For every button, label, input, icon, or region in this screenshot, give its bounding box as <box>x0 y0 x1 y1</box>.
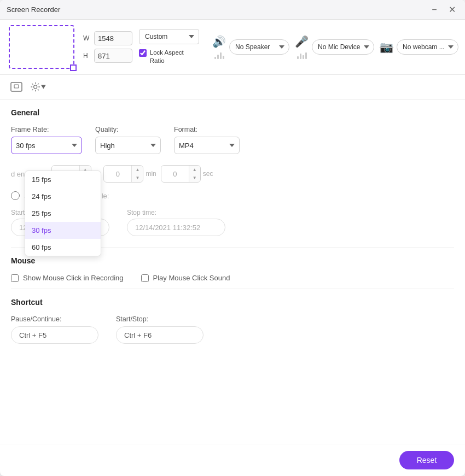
pause-label: Pause/Continue: <box>11 315 98 323</box>
mic-icon: 🎤 <box>295 35 309 48</box>
speaker-bars <box>214 49 224 59</box>
minimize-button[interactable]: − <box>428 3 441 16</box>
stop-time-label: Stop time: <box>127 209 225 216</box>
show-click-row: Show Mouse Click in Recording <box>11 274 124 282</box>
min-input-wrap: ▲ ▼ <box>103 165 143 183</box>
lock-aspect-checkbox[interactable] <box>139 49 147 57</box>
frame-rate-label: Frame Rate: <box>11 126 82 133</box>
start-stop-label: Start/Stop: <box>116 315 204 323</box>
audio-controls: 🔊 No Speaker 🎤 <box>212 35 458 59</box>
shortcut-rows: Pause/Continue: Start/Stop: <box>11 315 454 344</box>
sec-unit: sec <box>203 170 213 178</box>
width-label: W <box>83 34 91 42</box>
stop-time-field: Stop time: <box>127 209 225 236</box>
width-input[interactable] <box>94 31 132 45</box>
play-sound-row: Play Mouse Click Sound <box>141 274 230 282</box>
min-up[interactable]: ▲ <box>132 166 143 174</box>
mouse-title: Mouse <box>11 256 454 265</box>
svg-point-2 <box>34 85 37 89</box>
main-window: Screen Recorder − ✕ W H Custom <box>0 0 465 476</box>
sec-input[interactable] <box>161 166 189 182</box>
stop-time-input[interactable] <box>127 219 225 236</box>
mic-item: 🎤 No Mic Device <box>295 35 374 59</box>
speaker-select[interactable]: No Speaker <box>229 39 289 55</box>
play-sound-checkbox[interactable] <box>141 274 149 282</box>
start-stop-field: Start/Stop: <box>116 315 204 344</box>
fps-option-60[interactable]: 60 fps <box>25 239 101 256</box>
bar2 <box>217 55 219 59</box>
frame-rate-dropdown-popup: 15 fps 24 fps 25 fps 30 fps 60 fps <box>25 171 101 256</box>
shortcut-section: Shortcut Pause/Continue: Start/Stop: <box>11 298 454 344</box>
resize-handle[interactable] <box>70 64 77 71</box>
window-title: Screen Recorder <box>7 5 60 14</box>
frame-rate-field: Frame Rate: 30 fps 15 fps 24 fps 25 fps … <box>11 126 82 154</box>
quality-field: Quality: High Low Medium <box>95 126 161 154</box>
fps-option-24[interactable]: 24 fps <box>25 188 101 205</box>
quality-label: Quality: <box>95 126 161 133</box>
format-field: Format: MP4 MOV AVI TS FLV GIF <box>174 126 240 154</box>
height-label: H <box>83 52 91 60</box>
titlebar-controls: − ✕ <box>428 3 458 16</box>
format-select[interactable]: MP4 MOV AVI TS FLV GIF <box>174 137 240 154</box>
format-label: Format: <box>174 126 240 133</box>
start-stop-input[interactable] <box>116 326 204 344</box>
sec-input-wrap: ▲ ▼ <box>161 165 201 183</box>
sec-field: ▲ ▼ sec <box>161 165 213 183</box>
play-sound-label: Play Mouse Click Sound <box>153 274 230 282</box>
bar1 <box>297 56 299 59</box>
sec-up[interactable]: ▲ <box>189 166 200 174</box>
schedule-radio[interactable] <box>11 191 20 200</box>
show-click-checkbox[interactable] <box>11 274 19 282</box>
close-button[interactable]: ✕ <box>445 3 458 16</box>
webcam-item: 📷 No webcam ... <box>380 39 458 55</box>
preset-select[interactable]: Custom Full Screen 1920x1080 1280x720 <box>139 29 199 44</box>
secondary-toolbar <box>0 75 465 99</box>
bar1 <box>214 57 216 59</box>
speaker-item: 🔊 No Speaker <box>212 35 289 59</box>
general-title: General <box>11 108 454 117</box>
min-unit: min <box>146 170 156 178</box>
height-input[interactable] <box>94 49 132 63</box>
bar3 <box>303 55 304 59</box>
mic-bars <box>297 49 307 59</box>
speaker-icon: 🔊 <box>212 35 226 48</box>
shortcut-title: Shortcut <box>11 298 454 307</box>
mic-select[interactable]: No Mic Device <box>312 39 374 55</box>
screenshot-icon[interactable] <box>9 79 24 95</box>
bar3 <box>220 52 222 59</box>
lock-aspect-row: Lock Aspect Ratio <box>139 49 199 65</box>
height-row: H <box>83 49 132 63</box>
quality-select[interactable]: High Low Medium <box>95 137 161 154</box>
preset-dropdown-wrap[interactable]: Custom Full Screen 1920x1080 1280x720 <box>139 29 199 44</box>
general-settings-row: Frame Rate: 30 fps 15 fps 24 fps 25 fps … <box>11 126 454 154</box>
mouse-section: Mouse Show Mouse Click in Recording Play… <box>11 256 454 286</box>
svg-rect-1 <box>14 85 19 88</box>
speaker-icon-group: 🔊 <box>212 35 226 59</box>
frame-rate-select[interactable]: 30 fps 15 fps 24 fps 25 fps 60 fps <box>11 137 82 154</box>
capture-preview[interactable] <box>9 25 74 69</box>
lock-preset-section: Custom Full Screen 1920x1080 1280x720 Lo… <box>139 29 199 65</box>
main-toolbar: W H Custom Full Screen 1920x1080 1280x72… <box>0 20 465 75</box>
sec-down[interactable]: ▼ <box>189 174 200 182</box>
settings-icon[interactable] <box>31 79 46 95</box>
width-row: W <box>83 31 132 45</box>
settings-content: General Frame Rate: 30 fps 15 fps 24 fps… <box>0 99 465 444</box>
pause-input[interactable] <box>11 326 98 344</box>
divider-2 <box>11 289 454 289</box>
webcam-select[interactable]: No webcam ... <box>397 39 458 55</box>
show-click-label: Show Mouse Click in Recording <box>23 274 124 282</box>
min-arrows: ▲ ▼ <box>131 166 143 182</box>
svg-rect-0 <box>11 83 22 91</box>
bar2 <box>300 54 301 59</box>
bottom-bar: Reset <box>0 444 465 476</box>
reset-button[interactable]: Reset <box>399 451 454 469</box>
min-down[interactable]: ▼ <box>132 174 143 182</box>
fps-option-30[interactable]: 30 fps <box>25 222 101 239</box>
fps-option-25[interactable]: 25 fps <box>25 205 101 222</box>
fps-option-15[interactable]: 15 fps <box>25 171 101 188</box>
min-input[interactable] <box>104 166 131 182</box>
dimensions-section: W H <box>83 31 132 63</box>
bar4 <box>223 56 224 59</box>
min-field: ▲ ▼ min <box>103 165 156 183</box>
mic-icon-group: 🎤 <box>295 35 309 59</box>
